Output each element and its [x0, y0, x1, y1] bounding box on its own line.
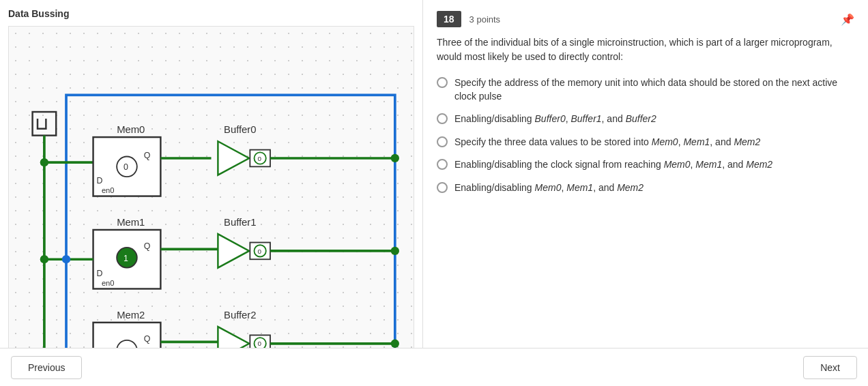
svg-text:en0: en0 — [102, 279, 115, 287]
svg-text:D: D — [96, 269, 102, 278]
option-a-text: Specify the address of the memory unit i… — [454, 76, 854, 103]
question-points: 3 points — [469, 14, 501, 25]
svg-text:Buffer2: Buffer2 — [224, 310, 256, 321]
next-button[interactable]: Next — [803, 356, 857, 379]
option-a[interactable]: Specify the address of the memory unit i… — [437, 76, 854, 103]
left-panel: Data Bussing Mem0 Q D — [0, 0, 423, 348]
option-a-radio[interactable] — [437, 77, 448, 88]
svg-point-19 — [391, 154, 399, 162]
svg-marker-52 — [218, 327, 249, 348]
svg-marker-14 — [218, 141, 249, 175]
svg-text:0: 0 — [124, 162, 128, 172]
right-panel: 18 3 points 📌 Three of the individual bi… — [423, 0, 868, 348]
option-d-radio[interactable] — [437, 159, 448, 170]
svg-text:Q: Q — [144, 334, 151, 344]
svg-text:Buffer1: Buffer1 — [224, 217, 256, 228]
svg-text:Buffer0: Buffer0 — [224, 124, 256, 135]
main-content: Data Bussing Mem0 Q D — [0, 0, 868, 348]
option-d[interactable]: Enabling/disabling the clock signal from… — [437, 158, 854, 172]
option-b[interactable]: Enabling/disabling Buffer0, Buffer1, and… — [437, 113, 854, 126]
svg-point-30 — [62, 255, 70, 263]
svg-text:Mem1: Mem1 — [117, 217, 145, 228]
pin-icon[interactable]: 📌 — [841, 13, 854, 26]
svg-text:D: D — [96, 176, 102, 185]
svg-text:Q: Q — [144, 151, 151, 160]
svg-point-38 — [391, 247, 399, 255]
svg-rect-1 — [33, 112, 57, 136]
question-text: Three of the individual bits of a single… — [437, 35, 854, 64]
svg-text:Mem2: Mem2 — [117, 310, 145, 321]
svg-marker-33 — [218, 234, 249, 267]
option-d-text: Enabling/disabling the clock signal from… — [454, 158, 772, 172]
svg-rect-39 — [93, 323, 161, 348]
option-e-radio[interactable] — [437, 182, 448, 193]
question-header: 18 3 points 📌 — [437, 11, 854, 27]
svg-text:Q: Q — [144, 241, 151, 251]
svg-text:Mem0: Mem0 — [117, 124, 145, 135]
svg-text:en0: en0 — [102, 186, 115, 194]
svg-text:0: 0 — [257, 340, 261, 347]
footer: Previous Next — [0, 348, 868, 386]
option-c-text: Specify the three data values to be stor… — [454, 136, 760, 149]
option-e[interactable]: Enabling/disabling Mem0, Mem1, and Mem2 — [437, 181, 854, 195]
diagram-area: Mem0 Q D en0 0 Buffer0 0 — [8, 26, 414, 348]
option-b-text: Enabling/disabling Buffer0, Buffer1, and… — [454, 113, 656, 126]
svg-text:0: 0 — [257, 155, 261, 162]
svg-point-57 — [391, 340, 399, 348]
option-e-text: Enabling/disabling Mem0, Mem1, and Mem2 — [454, 181, 643, 195]
diagram-title: Data Bussing — [8, 8, 414, 19]
svg-text:1: 1 — [124, 254, 128, 263]
question-number: 18 — [437, 11, 461, 27]
svg-text:0: 0 — [257, 248, 261, 255]
option-c[interactable]: Specify the three data values to be stor… — [437, 136, 854, 149]
option-b-radio[interactable] — [437, 113, 448, 124]
option-c-radio[interactable] — [437, 136, 448, 147]
options-list: Specify the address of the memory unit i… — [437, 76, 854, 195]
previous-button[interactable]: Previous — [11, 356, 82, 379]
svg-text:0: 0 — [124, 346, 128, 348]
